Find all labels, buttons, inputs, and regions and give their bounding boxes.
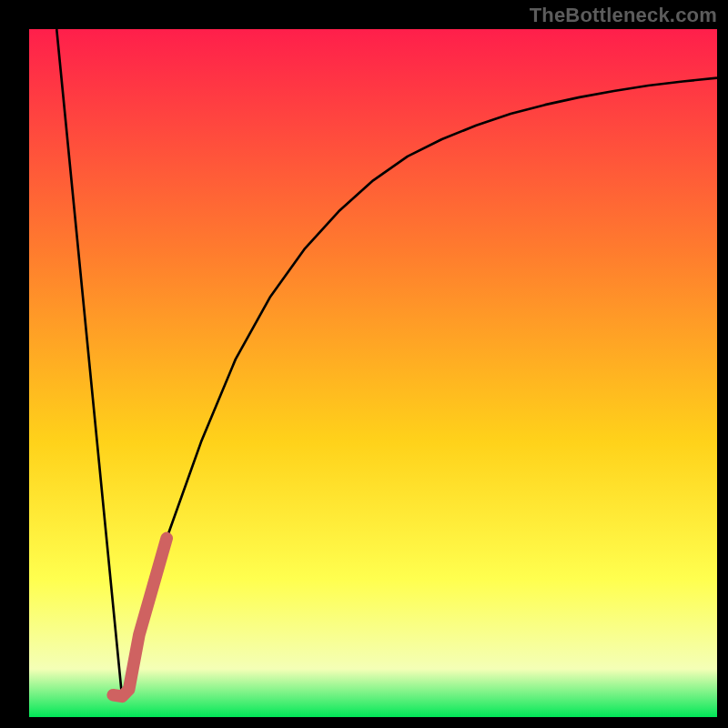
chart-frame: TheBottleneck.com (0, 0, 728, 728)
chart-svg (29, 29, 717, 717)
gradient-background (29, 29, 717, 717)
watermark-text: TheBottleneck.com (530, 4, 717, 27)
plot-area (29, 29, 717, 717)
